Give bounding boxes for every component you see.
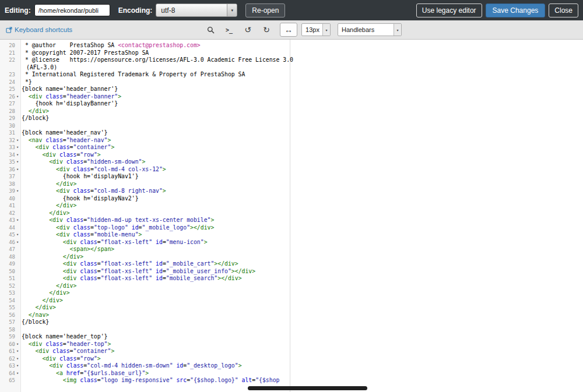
fold-marker-icon[interactable]: ▾ — [15, 341, 22, 348]
fold-marker-icon[interactable]: ▾ — [15, 217, 22, 224]
code-line[interactable]: 37 {hook h='displayNav1'} — [0, 173, 583, 181]
line-number: 49 — [0, 260, 15, 268]
reopen-button[interactable]: Re-open — [245, 3, 285, 17]
code-line[interactable]: 56 </nav> — [0, 312, 583, 319]
fold-marker-icon[interactable]: ▾ — [15, 158, 22, 166]
code-line[interactable]: 21 * @copyright 2007-2017 PrestaShop SA — [0, 50, 583, 57]
code-line[interactable]: 32▾ <nav class="header-nav"> — [0, 137, 583, 144]
fold-marker-icon[interactable]: ▾ — [15, 239, 22, 246]
fold-marker-icon[interactable]: ▾ — [15, 348, 22, 355]
line-number: 32 — [0, 137, 15, 144]
line-number: 51 — [0, 275, 15, 282]
terminal-button[interactable]: >_ — [220, 23, 238, 37]
code-text: (AFL-3.0) — [22, 64, 583, 72]
search-button[interactable] — [202, 23, 219, 37]
code-text: </nav> — [22, 312, 583, 319]
fold-marker-icon[interactable]: ▾ — [15, 166, 22, 174]
code-line[interactable]: 36▾ <div class="col-md-4 col-xs-12"> — [0, 166, 583, 174]
fold-marker-icon[interactable]: ▾ — [15, 144, 22, 151]
fold-gutter — [15, 122, 22, 130]
code-line[interactable]: 28 </div> — [0, 108, 583, 115]
line-number: 36 — [0, 166, 15, 174]
close-button[interactable]: Close — [549, 3, 578, 17]
code-line[interactable]: 30 — [0, 122, 583, 130]
code-line[interactable]: 39▾ <div class="col-md-8 right-nav"> — [0, 188, 583, 195]
code-line[interactable]: 55 </div> — [0, 304, 583, 312]
code-line[interactable]: 38 </div> — [0, 181, 583, 188]
code-line[interactable]: 65 <img class="logo img-responsive" src=… — [0, 377, 583, 384]
save-changes-button[interactable]: Save Changes — [486, 3, 546, 17]
code-editor[interactable]: 20 * @author PrestaShop SA <contact@pres… — [0, 40, 583, 392]
code-text: <a href="{$urls.base_url}"> — [22, 370, 583, 377]
code-line[interactable]: (AFL-3.0) — [0, 64, 583, 72]
code-line[interactable]: 51 <div class="float-xs-left" id="mobile… — [0, 275, 583, 282]
code-line[interactable]: 31{block name='header_nav'} — [0, 129, 583, 137]
code-line[interactable]: 60▾ <div class="header-top"> — [0, 341, 583, 348]
fold-marker-icon[interactable]: ▾ — [15, 151, 22, 159]
code-line[interactable]: 58 — [0, 326, 583, 334]
horizontal-scrollbar[interactable] — [248, 386, 367, 390]
code-line[interactable]: 59{block name='header_top'} — [0, 333, 583, 341]
code-line[interactable]: 42 </div> — [0, 210, 583, 217]
fold-gutter — [15, 129, 22, 137]
code-text — [22, 326, 583, 334]
fold-marker-icon[interactable]: ▾ — [15, 355, 22, 363]
fold-marker-icon[interactable]: ▾ — [15, 231, 22, 239]
code-line[interactable]: 29{/block} — [0, 115, 583, 122]
code-line[interactable]: 49 <div class="float-xs-left" id="_mobil… — [0, 260, 583, 268]
code-line[interactable]: 23 * International Registered Trademark … — [0, 71, 583, 79]
fold-marker-icon[interactable]: ▾ — [15, 188, 22, 195]
code-line[interactable]: 41 </div> — [0, 202, 583, 210]
code-line[interactable]: 34▾ <div class="row"> — [0, 151, 583, 159]
code-line[interactable]: 64▾ <a href="{$urls.base_url}"> — [0, 370, 583, 377]
code-text: <img class="logo img-responsive" src="{$… — [22, 377, 583, 384]
code-line[interactable]: 52 </div> — [0, 282, 583, 290]
line-number: 61 — [0, 348, 15, 355]
code-line[interactable]: 53 </div> — [0, 289, 583, 297]
fold-marker-icon[interactable]: ▾ — [15, 370, 22, 377]
code-line[interactable]: 20 * @author PrestaShop SA <contact@pres… — [0, 42, 583, 50]
keyboard-shortcuts-label: Keyboard shortcuts — [15, 26, 72, 33]
code-line[interactable]: 45▾ <div class="mobile-menu"> — [0, 231, 583, 239]
line-number: 60 — [0, 341, 15, 348]
code-line[interactable]: 44 <div class="top-logo" id="_mobile_log… — [0, 224, 583, 232]
code-area[interactable]: 20 * @author PrestaShop SA <contact@pres… — [0, 42, 583, 384]
syntax-mode-select[interactable]: Handlebars ▾ — [338, 23, 402, 36]
code-line[interactable]: 48 </div> — [0, 253, 583, 261]
fold-marker-icon[interactable]: ▾ — [15, 362, 22, 370]
code-line[interactable]: 57{/block} — [0, 319, 583, 326]
dropdown-arrow-icon: ▾ — [394, 24, 401, 36]
code-line[interactable]: 46▾ <div class="float-xs-left" id="menu-… — [0, 239, 583, 246]
code-line[interactable]: 26▾ <div class="header-banner"> — [0, 93, 583, 101]
path-input[interactable] — [34, 4, 110, 16]
code-line[interactable]: 33▾ <div class="container"> — [0, 144, 583, 151]
encoding-select[interactable]: utf-8 ▾ — [156, 3, 237, 17]
code-line[interactable]: 54 </div> — [0, 297, 583, 305]
code-line[interactable]: 61▾ <div class="container"> — [0, 348, 583, 355]
code-line[interactable]: 35▾ <div class="hidden-sm-down"> — [0, 158, 583, 166]
code-line[interactable]: 47 <span></span> — [0, 246, 583, 253]
code-line[interactable]: 27 {hook h='displayBanner'} — [0, 100, 583, 108]
code-line[interactable]: 62▾ <div class="row"> — [0, 355, 583, 363]
code-text: <div class="header-top"> — [22, 341, 583, 348]
code-line[interactable]: 24 *} — [0, 79, 583, 86]
code-line[interactable]: 63▾ <div class="col-md-4 hidden-sm-down"… — [0, 362, 583, 370]
fold-marker-icon[interactable]: ▾ — [15, 137, 22, 144]
undo-button[interactable]: ↺ — [239, 23, 257, 37]
fold-gutter — [15, 50, 22, 57]
redo-button[interactable]: ↻ — [258, 23, 275, 37]
word-wrap-toggle-button[interactable]: ↔ — [280, 23, 297, 37]
font-size-select[interactable]: 13px ▾ — [301, 23, 331, 36]
use-legacy-editor-button[interactable]: Use legacy editor — [416, 3, 482, 17]
dropdown-arrow-icon: ▾ — [227, 4, 237, 16]
fold-gutter — [15, 71, 22, 79]
code-line[interactable]: 22 * @license https://opensource.org/lic… — [0, 56, 583, 64]
code-line[interactable]: 40 {hook h='displayNav2'} — [0, 195, 583, 203]
undo-icon: ↺ — [244, 25, 251, 34]
fold-gutter — [15, 210, 22, 217]
code-line[interactable]: 43▾ <div class="hidden-md-up text-xs-cen… — [0, 217, 583, 224]
code-line[interactable]: 25{block name='header_banner'} — [0, 86, 583, 93]
fold-marker-icon[interactable]: ▾ — [15, 93, 22, 101]
code-line[interactable]: 50 <div class="float-xs-left" id="_mobil… — [0, 268, 583, 276]
keyboard-shortcuts-link[interactable]: Keyboard shortcuts — [6, 26, 72, 33]
